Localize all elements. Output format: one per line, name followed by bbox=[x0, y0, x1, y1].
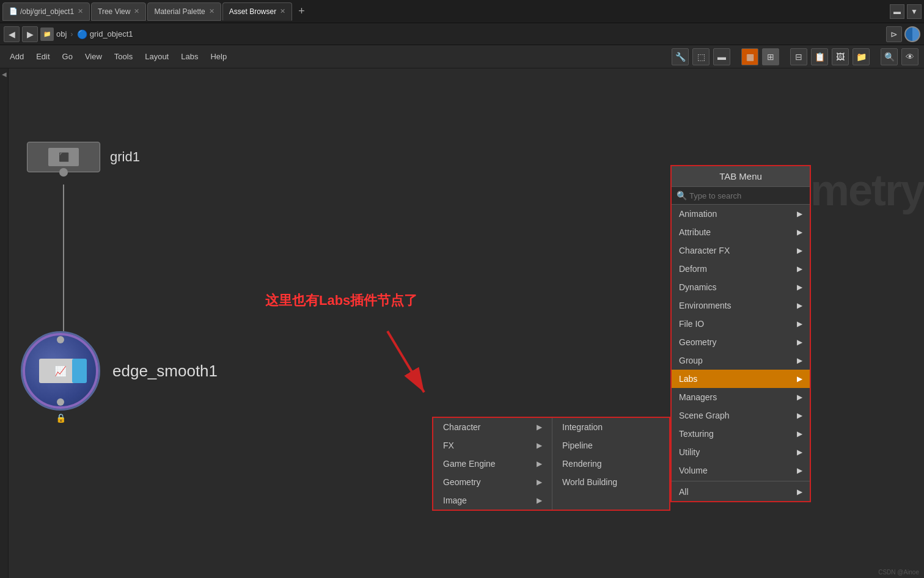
node-connector-line bbox=[63, 185, 64, 331]
tab-close-tree-view[interactable]: ✕ bbox=[134, 7, 139, 15]
labs-col-right: Integration Pipeline Rendering World Bui… bbox=[552, 418, 669, 510]
tab-menu-geometry-label: Geometry bbox=[679, 337, 716, 347]
node-edge-smooth-group: 📈 🔒 edge_smooth1 bbox=[21, 331, 218, 411]
tab-add-button[interactable]: + bbox=[293, 5, 310, 18]
left-strip: ◀ bbox=[0, 68, 9, 578]
tab-bar-controls: ▬ ▼ bbox=[890, 4, 922, 19]
tab-menu-utility[interactable]: Utility ▶ bbox=[672, 443, 810, 461]
tab-menu-character-fx[interactable]: Character FX ▶ bbox=[672, 241, 810, 260]
labs-sub-rendering-label: Rendering bbox=[562, 459, 602, 469]
menu-tools[interactable]: Tools bbox=[109, 49, 138, 64]
breadcrumb-obj[interactable]: obj bbox=[56, 29, 67, 38]
tab-menu-environments[interactable]: Environments ▶ bbox=[672, 296, 810, 315]
tab-menu-title: TAB Menu bbox=[672, 166, 810, 187]
tab-menu-scene-graph-label: Scene Graph bbox=[679, 411, 730, 420]
tab-obj-grid[interactable]: 📄 /obj/grid_object1 ✕ bbox=[2, 2, 90, 21]
labs-sub-fx[interactable]: FX ▶ bbox=[433, 436, 552, 455]
tab-menu-deform[interactable]: Deform ▶ bbox=[672, 260, 810, 278]
tab-menu-deform-arrow: ▶ bbox=[797, 265, 802, 273]
tab-menu-search-input[interactable] bbox=[689, 191, 805, 200]
color-btn-orange[interactable]: ▦ bbox=[741, 48, 758, 65]
tab-tree-view[interactable]: Tree View ✕ bbox=[91, 2, 146, 21]
image-btn[interactable]: 🖼 bbox=[832, 48, 849, 65]
labs-sub-integration-label: Integration bbox=[562, 422, 603, 432]
labs-sub-world-building[interactable]: World Building bbox=[552, 473, 669, 491]
tab-icon-obj-grid: 📄 bbox=[9, 7, 18, 15]
breadcrumb-grid-object[interactable]: grid_object1 bbox=[90, 29, 133, 38]
tab-menu-file-io-arrow: ▶ bbox=[797, 320, 802, 328]
main-area: ◀ eometry ⬛ grid1 bbox=[0, 68, 924, 578]
tab-label-asset-browser: Asset Browser bbox=[229, 7, 276, 16]
tab-menu-labs[interactable]: Labs ▶ bbox=[672, 370, 810, 388]
nav-arrow-btn[interactable]: ⊳ bbox=[886, 26, 902, 42]
tab-menu-file-io[interactable]: File IO ▶ bbox=[672, 315, 810, 333]
labs-sub-integration[interactable]: Integration bbox=[552, 418, 669, 436]
labs-sub-game-engine-label: Game Engine bbox=[443, 459, 496, 469]
tab-close-obj-grid[interactable]: ✕ bbox=[78, 7, 83, 15]
window-menu-btn[interactable]: ▼ bbox=[907, 4, 922, 19]
tab-menu-dynamics[interactable]: Dynamics ▶ bbox=[672, 278, 810, 296]
tab-menu-dropdown: TAB Menu 🔍 Animation ▶ Attribute ▶ Chara… bbox=[670, 165, 811, 502]
tab-menu-labs-label: Labs bbox=[679, 374, 697, 384]
menu-layout[interactable]: Layout bbox=[140, 49, 174, 64]
node-circle-blue-tab bbox=[72, 359, 87, 383]
tab-material-palette[interactable]: Material Palette ✕ bbox=[147, 2, 221, 21]
menu-labs[interactable]: Labs bbox=[176, 49, 203, 64]
labs-sub-geometry-label: Geometry bbox=[443, 477, 480, 487]
tab-menu-group[interactable]: Group ▶ bbox=[672, 351, 810, 370]
labs-sub-character[interactable]: Character ▶ bbox=[433, 418, 552, 436]
tab-menu-volume-label: Volume bbox=[679, 466, 708, 475]
tab-menu-volume[interactable]: Volume ▶ bbox=[672, 461, 810, 480]
tab-menu-file-io-label: File IO bbox=[679, 319, 704, 329]
tab-asset-browser[interactable]: Asset Browser ✕ bbox=[222, 2, 292, 21]
labs-sub-image[interactable]: Image ▶ bbox=[433, 491, 552, 510]
labs-sub-rendering[interactable]: Rendering bbox=[552, 455, 669, 473]
tab-menu-search-row[interactable]: 🔍 bbox=[672, 187, 810, 205]
window-layout-btn[interactable]: ▬ bbox=[890, 4, 904, 19]
labs-sub-fx-arrow: ▶ bbox=[537, 441, 542, 450]
tab-menu-environments-arrow: ▶ bbox=[797, 301, 802, 310]
labs-sub-geometry[interactable]: Geometry ▶ bbox=[433, 473, 552, 491]
tab-close-asset-browser[interactable]: ✕ bbox=[280, 7, 285, 15]
menu-view[interactable]: View bbox=[80, 49, 107, 64]
labs-sub-pipeline-label: Pipeline bbox=[562, 441, 593, 450]
watermark: CSDN @Ainoe bbox=[878, 569, 919, 576]
tab-label-tree-view: Tree View bbox=[98, 7, 130, 16]
back-button[interactable]: ◀ bbox=[4, 26, 20, 42]
tab-menu-texturing[interactable]: Texturing ▶ bbox=[672, 425, 810, 443]
tab-menu-attribute[interactable]: Attribute ▶ bbox=[672, 223, 810, 241]
node-edge-circle[interactable]: 📈 bbox=[21, 331, 100, 411]
tab-close-material-palette[interactable]: ✕ bbox=[209, 7, 215, 15]
tab-menu-scene-graph[interactable]: Scene Graph ▶ bbox=[672, 406, 810, 425]
menu-edit[interactable]: Edit bbox=[31, 49, 54, 64]
main-toolbar: Add Edit Go View Tools Layout Labs Help … bbox=[0, 45, 924, 68]
notes-btn[interactable]: 📋 bbox=[811, 48, 828, 65]
tab-menu-managers[interactable]: Managers ▶ bbox=[672, 388, 810, 406]
tab-menu-character-fx-label: Character FX bbox=[679, 246, 730, 255]
labs-sub-game-engine[interactable]: Game Engine ▶ bbox=[433, 455, 552, 473]
tab-menu-volume-arrow: ▶ bbox=[797, 466, 802, 475]
tab-menu-all-arrow: ▶ bbox=[797, 488, 802, 496]
tab-menu-all[interactable]: All ▶ bbox=[672, 483, 810, 501]
node-btn[interactable]: ⬚ bbox=[692, 48, 710, 65]
menu-help[interactable]: Help bbox=[205, 49, 232, 64]
grid-btn[interactable]: ⊞ bbox=[762, 48, 779, 65]
align-left-btn[interactable]: ⊟ bbox=[790, 48, 807, 65]
canvas-area[interactable]: eometry ⬛ grid1 📈 bbox=[9, 68, 924, 578]
menu-add[interactable]: Add bbox=[5, 49, 29, 64]
eye-btn[interactable]: 👁 bbox=[901, 48, 919, 65]
folder-btn[interactable]: 📁 bbox=[853, 48, 870, 65]
tab-menu-geometry[interactable]: Geometry ▶ bbox=[672, 333, 810, 351]
tab-menu-texturing-arrow: ▶ bbox=[797, 430, 802, 438]
labs-col-left: Character ▶ FX ▶ Game Engine ▶ Geometr bbox=[433, 418, 552, 510]
labs-sub-pipeline[interactable]: Pipeline bbox=[552, 436, 669, 455]
split-btn[interactable]: ▬ bbox=[713, 48, 730, 65]
menu-go[interactable]: Go bbox=[57, 49, 78, 64]
tab-menu-animation-label: Animation bbox=[679, 209, 717, 219]
search-btn[interactable]: 🔍 bbox=[881, 48, 898, 65]
tab-menu-animation[interactable]: Animation ▶ bbox=[672, 205, 810, 223]
wrench-icon-btn[interactable]: 🔧 bbox=[672, 48, 689, 65]
labs-sub-geometry-arrow: ▶ bbox=[537, 478, 542, 486]
tab-menu-animation-arrow: ▶ bbox=[797, 210, 802, 218]
forward-button[interactable]: ▶ bbox=[22, 26, 38, 42]
